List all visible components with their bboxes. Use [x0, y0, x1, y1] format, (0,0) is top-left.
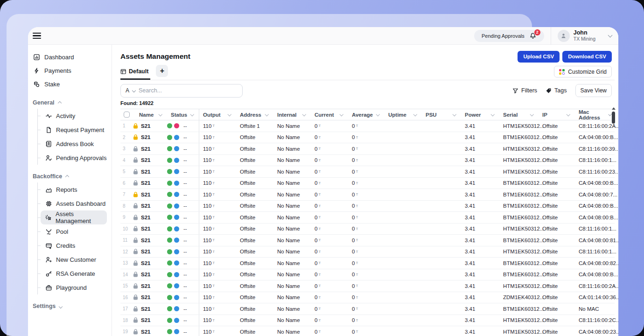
sort-chevron-icon[interactable] — [413, 112, 417, 116]
upload-csv-button[interactable]: Upload CSV — [518, 51, 560, 63]
add-view-button[interactable]: + — [156, 65, 168, 77]
sidebar-item-request-payment[interactable]: Request Payment — [41, 123, 107, 137]
table-row[interactable]: 19 S21 -- 110T Offsite No Name 0T 0T 3.4… — [120, 326, 615, 336]
column-header-ip[interactable]: IP — [539, 109, 575, 120]
sidebar-item-address-book[interactable]: Address Book — [41, 137, 107, 151]
column-header-psu[interactable]: PSU — [422, 109, 461, 120]
sidebar-item-dashboard[interactable]: Dashboard — [33, 50, 107, 64]
sort-chevron-icon[interactable] — [490, 112, 494, 116]
column-header-status[interactable]: Status — [167, 109, 199, 120]
sidebar-item-assets-dashboard[interactable]: Assets Dashboard — [41, 196, 107, 210]
table-row[interactable]: 18 S21 -- 110T Offsite No Name 0T 0T 3.4… — [120, 315, 615, 327]
tab-default[interactable]: Default — [120, 68, 150, 80]
sort-chevron-icon[interactable] — [265, 112, 268, 116]
lock-icon[interactable] — [133, 146, 138, 152]
filters-button[interactable]: Filters — [512, 87, 537, 94]
column-header-address[interactable]: Address — [236, 109, 273, 120]
lock-icon[interactable] — [133, 260, 138, 266]
sidebar-section-backoffice[interactable]: Backoffice — [33, 170, 107, 182]
sidebar-item-reports[interactable]: Reports — [41, 182, 107, 196]
table-row[interactable]: 14 S21 -- 110T Offsite No Name 0T 0T 3.4… — [120, 269, 615, 281]
lock-icon[interactable] — [133, 306, 138, 312]
select-all-checkbox[interactable] — [124, 112, 130, 118]
sidebar-item-new-customer[interactable]: New Customer — [41, 252, 107, 266]
sort-chevron-icon[interactable] — [190, 112, 194, 116]
sort-chevron-icon[interactable] — [227, 112, 231, 116]
lock-icon[interactable] — [133, 329, 138, 335]
table-row[interactable]: 6 S21 -- 110T Offsite No Name 0T 0T 3.41… — [120, 178, 615, 189]
lock-icon[interactable] — [133, 283, 138, 289]
hamburger-menu-icon[interactable] — [33, 33, 41, 39]
column-header-serial[interactable]: Serial — [499, 109, 539, 120]
column-header-power[interactable]: Power — [461, 109, 499, 120]
sort-chevron-icon[interactable] — [302, 112, 306, 116]
table-row[interactable]: 15 S21 -- 110T Offsite No Name 0T 0T 3.4… — [120, 280, 615, 292]
table-scrollbar[interactable] — [611, 106, 616, 336]
sort-chevron-icon[interactable] — [158, 112, 162, 116]
lock-icon[interactable] — [133, 215, 138, 220]
user-menu[interactable]: John TX Mining — [558, 30, 612, 42]
column-header-average[interactable]: Average — [348, 109, 385, 120]
table-row[interactable]: 1 S21 -- 110T Offsite 1 No Name 0T 0T 3.… — [120, 120, 615, 132]
sidebar-item-stake[interactable]: Stake — [33, 77, 107, 91]
lock-icon[interactable] — [133, 180, 138, 186]
search-box[interactable]: A — [120, 84, 243, 98]
search-input[interactable] — [139, 87, 238, 94]
sidebar-section-general[interactable]: General — [33, 97, 107, 109]
table-row[interactable]: 8 S21 -- 110T Offsite No Name 0T 0T 3.41… — [120, 201, 615, 212]
tags-button[interactable]: Tags — [546, 87, 567, 94]
lock-icon[interactable] — [133, 134, 138, 140]
lock-icon[interactable] — [133, 238, 138, 243]
lock-icon[interactable] — [133, 123, 138, 129]
lock-icon[interactable] — [133, 272, 138, 277]
lock-icon[interactable] — [133, 203, 138, 209]
sidebar-item-payments[interactable]: Payments — [33, 64, 107, 77]
customize-grid-button[interactable]: Customize Grid — [554, 66, 612, 77]
table-row[interactable]: 5 S21 -- 110T Offsite No Name 0T 0T 3.41… — [120, 166, 615, 178]
table-row[interactable]: 17 S21 -- 110T Offsite No Name 0T 0T 3.4… — [120, 303, 615, 315]
sidebar-section-settings[interactable]: Settings — [33, 300, 107, 312]
sidebar-item-activity[interactable]: Activity — [41, 109, 107, 123]
column-header-internal[interactable]: Internal — [273, 109, 311, 120]
table-row[interactable]: 9 S21 -- 110T Offsite No Name 0T 0T 3.41… — [120, 212, 615, 224]
table-row[interactable]: 13 S21 -- 110T Offsite No Name 0T 0T 3.4… — [120, 258, 615, 269]
table-row[interactable]: 7 S21 -- 110T Offsite No Name 0T 0T 3.41… — [120, 189, 615, 201]
chevron-down-icon[interactable] — [608, 33, 613, 37]
table-row[interactable]: 2 S21 -- 110T Offsite No Name 0T 0T 3.41… — [120, 132, 615, 144]
column-header-output[interactable]: Output — [199, 109, 236, 120]
table-row[interactable]: 4 S21 -- 110T Offsite No Name 0T 0T 3.41… — [120, 155, 615, 167]
column-header-uptime[interactable]: Uptime — [385, 109, 422, 120]
lock-icon[interactable] — [133, 249, 138, 254]
lock-icon[interactable] — [133, 192, 138, 197]
sidebar-item-credits[interactable]: Credits — [41, 238, 107, 252]
table-row[interactable]: 16 S21 -- 110T Offsite No Name 0T 0T 3.4… — [120, 292, 615, 304]
table-row[interactable]: 11 S21 -- 110T Offsite No Name 0T 0T 3.4… — [120, 235, 615, 246]
save-view-button[interactable]: Save View — [575, 84, 612, 97]
lock-icon[interactable] — [133, 157, 138, 163]
sidebar-item-pending-approvals[interactable]: Pending Approvals — [41, 151, 107, 165]
column-header-mac[interactable]: Mac Address — [575, 109, 617, 120]
download-csv-button[interactable]: Download CSV — [562, 51, 612, 63]
sort-chevron-icon[interactable] — [530, 112, 533, 116]
scrollbar-thumb[interactable] — [612, 112, 615, 124]
lock-icon[interactable] — [133, 226, 138, 231]
search-field-selector[interactable]: A — [126, 87, 129, 94]
sidebar-item-assets-management[interactable]: Assets Management — [41, 210, 107, 224]
pending-approvals-button[interactable]: Pending Approvals 2 — [474, 30, 544, 42]
column-header-name[interactable]: Name — [133, 109, 167, 120]
sidebar-item-pool[interactable]: Pool — [41, 224, 107, 238]
sort-chevron-icon[interactable] — [452, 112, 456, 116]
lock-icon[interactable] — [133, 294, 138, 300]
lock-icon[interactable] — [133, 169, 138, 175]
sort-chevron-icon[interactable] — [566, 112, 570, 116]
table-row[interactable]: 3 S21 -- 110T Offsite No Name 0T 0T 3.41… — [120, 143, 615, 155]
scroll-up-icon[interactable] — [612, 107, 616, 110]
sort-chevron-icon[interactable] — [339, 112, 343, 116]
sidebar-item-rsa-generate[interactable]: RSA Generate — [41, 266, 107, 280]
chevron-down-icon[interactable] — [132, 89, 136, 92]
sidebar-item-playground[interactable]: Playground — [41, 280, 107, 294]
table-row[interactable]: 12 S21 -- 110T Offsite No Name 0T 0T 3.4… — [120, 246, 615, 258]
lock-icon[interactable] — [133, 317, 138, 323]
column-header-current[interactable]: Current — [311, 109, 348, 120]
sort-chevron-icon[interactable] — [376, 112, 379, 116]
